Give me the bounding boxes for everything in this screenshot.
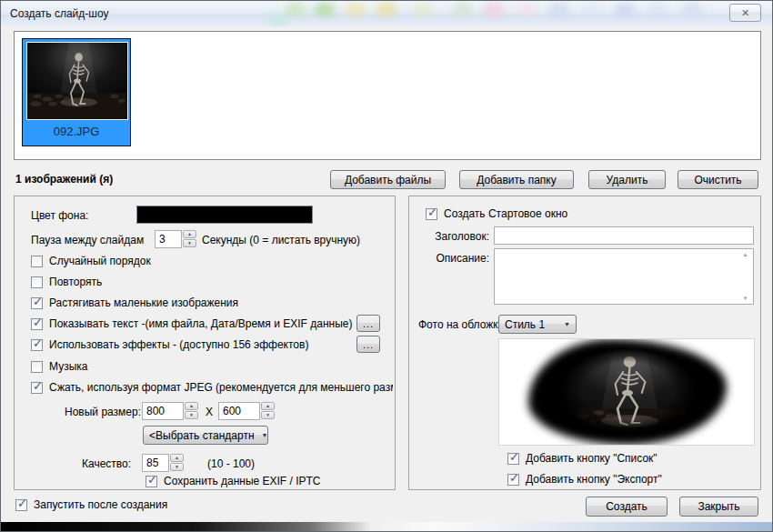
spin-up-icon[interactable]: ▲ [170,454,184,462]
spin-down-icon[interactable]: ▼ [185,411,198,419]
spin-down-icon[interactable]: ▼ [261,411,275,419]
image-count-label: 1 изображений (я) [15,173,113,186]
glass-blur-blob [681,3,703,16]
show-text-label: Показывать текст -(имя файла, Дата/Время… [49,317,352,330]
random-order-checkbox[interactable]: ✓ [31,256,43,267]
glass-blur-blob [285,3,306,16]
add-folder-button[interactable]: Добавить папку [459,170,574,189]
glass-blur-blob [647,3,668,16]
title-input[interactable] [494,226,754,245]
chevron-down-icon: ▼ [564,321,570,327]
save-exif-row: ✓ Сохранить данные EXIF / IPTC [146,475,321,487]
cover-photo-label: Фото на обложку: [418,318,507,331]
size-separator-label: X [206,406,213,418]
description-input[interactable] [494,248,754,305]
run-after-label: Запустить после создания [34,498,167,511]
spin-down-icon[interactable]: ▼ [170,463,184,471]
new-size-label: Новый размер: [65,406,141,418]
cover-style-dropdown-value: Стиль 1 [505,318,545,331]
bg-color-swatch[interactable] [136,206,313,224]
check-icon: ✓ [427,206,437,219]
glass-blur-blob [412,3,434,16]
show-text-checkbox[interactable]: ✓ [31,318,43,330]
save-exif-label: Сохранить данные EXIF / IPTC [164,475,321,487]
run-after-checkbox[interactable]: ✓ [15,499,27,511]
glass-blur-blob [266,15,288,26]
jpeg-compress-label: Сжать, используя формат JPEG (рекомендуе… [49,381,393,394]
height-spinner: ▲ ▼ [218,402,275,420]
add-list-button-checkbox[interactable]: ✓ [507,453,519,465]
glass-blur-blob [345,3,366,16]
width-input[interactable] [142,402,184,420]
glass-blur-blob [483,3,505,16]
remove-button[interactable]: Удалить [588,170,666,189]
use-effects-row: ✓ Использовать эффекты - (доступно 156 э… [31,338,308,351]
glass-blur-blob [516,3,537,16]
close-icon: ✕ [741,7,749,19]
quality-spinner: ▲ ▼ [142,454,184,472]
use-effects-checkbox[interactable]: ✓ [31,339,43,351]
save-exif-checkbox[interactable]: ✓ [146,476,157,487]
repeat-checkbox[interactable]: ✓ [31,276,43,288]
close-button[interactable]: ✕ [729,4,761,22]
pause-suffix-label: Секунды (0 = листать вручную) [202,234,360,246]
spin-down-icon[interactable]: ▼ [183,239,196,247]
pause-input[interactable] [155,230,182,248]
add-files-button[interactable]: Добавить файлы [330,170,446,189]
height-input[interactable] [218,402,260,420]
music-checkbox[interactable]: ✓ [31,361,43,373]
pause-spinner: ▲ ▼ [155,230,196,248]
stretch-small-label: Растягивать маленькие изображения [49,296,238,309]
add-export-button-checkbox[interactable]: ✓ [507,474,519,486]
thumbnail-item-selected[interactable]: 092.JPG [22,38,131,146]
show-text-options-button[interactable]: ... [356,315,380,332]
spin-up-icon[interactable]: ▲ [183,230,196,238]
standard-size-dropdown-value: <Выбрать стандартн [149,429,255,442]
glass-blur-blob [581,3,603,16]
width-spinner: ▲ ▼ [142,402,198,420]
glass-blur-blob [548,3,570,16]
image-list-panel[interactable]: 092.JPG [14,31,761,160]
spin-up-icon[interactable]: ▲ [185,402,198,410]
clear-button[interactable]: Очистить [678,170,758,189]
close-dialog-button[interactable]: Закрыть [679,497,758,517]
start-window-panel: ✓ Создать Стартовое окно Заголовок: Опис… [408,196,761,490]
create-start-window-checkbox[interactable]: ✓ [426,208,437,220]
show-text-row: ✓ Показывать текст -(имя файла, Дата/Вре… [31,317,352,330]
add-export-button-row: ✓ Добавить кнопку "Экспорт" [507,473,662,486]
check-icon: ✓ [33,381,43,393]
check-icon: ✓ [147,473,157,487]
check-icon: ✓ [33,336,43,350]
spin-up-icon[interactable]: ▲ [261,402,275,410]
slide-thumbnail-image [26,42,128,120]
quality-label: Качество: [82,457,131,470]
use-effects-label: Использовать эффекты - (доступно 156 эфф… [49,338,308,351]
check-icon: ✓ [509,471,519,485]
check-icon: ✓ [17,497,27,510]
music-row: ✓ Музыка [31,360,87,373]
repeat-label: Повторять [49,276,102,288]
cover-style-dropdown[interactable]: Стиль 1 ▼ [498,315,577,334]
cover-preview-image [550,343,705,443]
window-bottom-frame [1,522,772,532]
slideshow-options-panel: Цвет фона: Пауза между слайдам ▲ ▼ Секун… [14,196,396,490]
quality-input[interactable] [142,454,169,472]
glass-blur-blob [376,3,397,16]
create-button[interactable]: Создать [586,497,668,517]
bg-color-label: Цвет фона: [31,209,88,222]
standard-size-dropdown[interactable]: <Выбрать стандартн ▼ [143,426,268,445]
quality-range-label: (10 - 100) [207,457,255,470]
jpeg-compress-checkbox[interactable]: ✓ [31,382,43,394]
titlebar: Создать слайд-шоу ✕ [1,1,772,26]
create-start-window-label: Создать Стартовое окно [444,207,567,220]
create-slideshow-dialog: Создать слайд-шоу ✕ 092.JPG 1 изображени… [0,0,773,532]
run-after-row: ✓ Запустить после создания [15,498,167,511]
check-icon: ✓ [33,316,43,329]
add-list-button-label: Добавить кнопку "Список" [526,452,658,465]
pause-label: Пауза между слайдам [31,234,144,246]
create-start-window-row: ✓ Создать Стартовое окно [426,207,567,220]
repeat-row: ✓ Повторять [31,276,102,288]
effects-options-button[interactable]: ... [356,336,380,353]
music-label: Музыка [49,360,87,373]
stretch-small-checkbox[interactable]: ✓ [31,297,43,309]
